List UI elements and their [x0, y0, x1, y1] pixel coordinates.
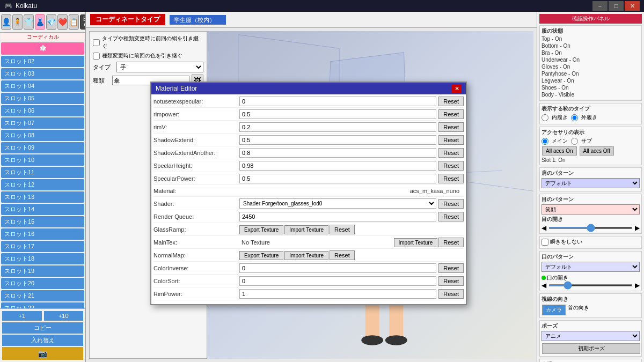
me-label: Shader:	[153, 201, 239, 207]
checkbox-inherit-color[interactable]	[93, 53, 100, 60]
me-input[interactable]	[239, 174, 436, 183]
all-accs-on-button[interactable]: All accs On	[542, 146, 577, 156]
me-input[interactable]	[239, 148, 436, 158]
initial-pose-button[interactable]: 初期ポーズ	[542, 343, 640, 354]
me-reset-button[interactable]: Reset	[438, 263, 464, 273]
me-row-renderqueue: Render Queue: Reset	[153, 212, 464, 223]
me-input[interactable]	[239, 122, 436, 132]
list-item[interactable]: スロット22	[1, 302, 84, 308]
list-item[interactable]: スロット15	[1, 216, 84, 227]
me-input[interactable]	[239, 276, 436, 286]
me-reset-button[interactable]: Reset	[330, 225, 355, 234]
me-material-value: acs_m_kasa_nuno	[239, 187, 462, 195]
list-item[interactable]: スロット21	[1, 290, 84, 301]
shisen-section: 視線の向き カメラ 首の向き	[539, 293, 642, 318]
kutsu-radio-uchi[interactable]	[541, 114, 548, 121]
acc-radio-main[interactable]	[541, 138, 548, 145]
me-input[interactable]	[239, 135, 436, 145]
kata-pattern-select[interactable]: デフォルト	[541, 178, 640, 188]
me-reset-button[interactable]: Reset	[438, 174, 464, 183]
me-hiraki-right-arrow[interactable]: ▶	[635, 224, 640, 232]
me-input[interactable]	[239, 97, 436, 106]
me-reset-button[interactable]: Reset	[438, 148, 464, 158]
icon-gem[interactable]: 💎	[46, 14, 56, 30]
me-import-texture-button[interactable]: Import Texture	[284, 225, 328, 234]
me-shader-select[interactable]: Shader Forge/toon_glasses_lod0	[239, 198, 436, 209]
type-select[interactable]: 手	[116, 62, 203, 72]
list-item[interactable]: スロット19	[1, 265, 84, 277]
kuchi-hiraki-right-arrow[interactable]: ▶	[635, 282, 640, 289]
bgm-button[interactable]: BGM OFF	[80, 14, 86, 29]
swap-button[interactable]: 入れ替え	[2, 335, 83, 346]
minimize-button[interactable]: −	[592, 1, 608, 11]
me-reset-button[interactable]: Reset	[438, 161, 464, 171]
maximize-button[interactable]: □	[609, 1, 624, 11]
kuchi-hiraki-left-arrow[interactable]: ◀	[541, 282, 546, 289]
plus1-button[interactable]: +1	[2, 311, 42, 321]
coord-type-select[interactable]: 学生服（校内） 体操服 水着	[170, 15, 226, 25]
me-reset-button[interactable]: Reset	[438, 289, 464, 299]
list-item[interactable]: スロット02	[1, 56, 84, 67]
list-item[interactable]: スロット13	[1, 191, 84, 203]
list-item[interactable]: スロット18	[1, 253, 84, 264]
me-input[interactable]	[239, 161, 436, 171]
icon-person[interactable]: 👤	[1, 14, 11, 30]
kuchi-pattern-select[interactable]: デフォルト	[541, 262, 640, 272]
icon-heart[interactable]: ❤️	[57, 14, 68, 30]
copy-button[interactable]: コピー	[2, 322, 83, 334]
me-import-texture-button[interactable]: Import Texture	[394, 238, 438, 247]
me-export-texture-button[interactable]: Export Texture	[239, 251, 283, 260]
list-item[interactable]: スロット17	[1, 241, 84, 252]
me-input[interactable]	[239, 109, 436, 119]
me-hiraki-slider[interactable]	[548, 227, 633, 229]
list-item[interactable]: スロット20	[1, 278, 84, 289]
me-export-texture-button[interactable]: Export Texture	[239, 225, 283, 234]
kuchi-hiraki-slider[interactable]	[548, 284, 633, 286]
me-reset-button[interactable]: Reset	[438, 199, 464, 209]
list-item[interactable]: スロット09	[1, 142, 84, 153]
close-button[interactable]: ✕	[625, 1, 640, 11]
titlebar-controls[interactable]: − □ ✕	[592, 1, 640, 11]
me-reset-button[interactable]: Reset	[438, 109, 464, 119]
me-input[interactable]	[239, 263, 436, 273]
me-reset-button[interactable]: Reset	[438, 212, 464, 221]
me-input[interactable]	[239, 212, 436, 221]
me-reset-button[interactable]: Reset	[438, 97, 464, 106]
list-item[interactable]: スロット04	[1, 80, 84, 92]
list-item[interactable]: スロット05	[1, 93, 84, 104]
list-item[interactable]: スロット11	[1, 167, 84, 178]
mabataki-checkbox[interactable]	[541, 239, 548, 246]
icon-dress[interactable]: 👗	[35, 14, 45, 30]
pose-select[interactable]: アニメ	[541, 331, 640, 341]
kutsu-radio-soto[interactable]	[571, 114, 578, 121]
acc-radio-sub[interactable]	[571, 138, 578, 145]
me-hiraki-left-arrow[interactable]: ◀	[541, 224, 546, 232]
me-reset-button[interactable]: Reset	[438, 122, 464, 132]
me-reset-button[interactable]: Reset	[438, 238, 464, 247]
bra-label: Bra - On	[541, 50, 562, 56]
list-item[interactable]: スロット14	[1, 204, 84, 215]
top-toggle-row: Top - On	[541, 36, 640, 42]
list-item[interactable]: スロット08	[1, 130, 84, 141]
camera-button[interactable]: 📷	[2, 347, 83, 360]
list-item[interactable]: スロット06	[1, 105, 84, 116]
icon-shirt[interactable]: 👕	[24, 14, 34, 30]
me-input[interactable]	[239, 289, 436, 299]
list-item[interactable]: スロット16	[1, 228, 84, 240]
me-pattern-select[interactable]: 笑顔	[541, 204, 640, 215]
list-item[interactable]: スロット07	[1, 117, 84, 129]
checkbox-inherit-cloth[interactable]	[93, 39, 100, 46]
icon-doc[interactable]: 📋	[69, 14, 79, 30]
list-item[interactable]: スロット12	[1, 179, 84, 190]
me-import-texture-button[interactable]: Import Texture	[284, 251, 328, 260]
all-accs-off-button[interactable]: All accs Off	[580, 146, 614, 156]
list-item[interactable]: スロット03	[1, 68, 84, 79]
icon-body[interactable]: 🧍	[12, 14, 23, 30]
plus10-button[interactable]: +10	[44, 311, 84, 321]
list-item[interactable]: スロット10	[1, 154, 84, 166]
shisen-camera-button[interactable]: カメラ	[542, 305, 566, 315]
material-editor-close[interactable]: ✕	[452, 84, 462, 93]
me-reset-button[interactable]: Reset	[438, 276, 464, 286]
me-reset-button[interactable]: Reset	[330, 250, 355, 260]
me-reset-button[interactable]: Reset	[438, 135, 464, 145]
